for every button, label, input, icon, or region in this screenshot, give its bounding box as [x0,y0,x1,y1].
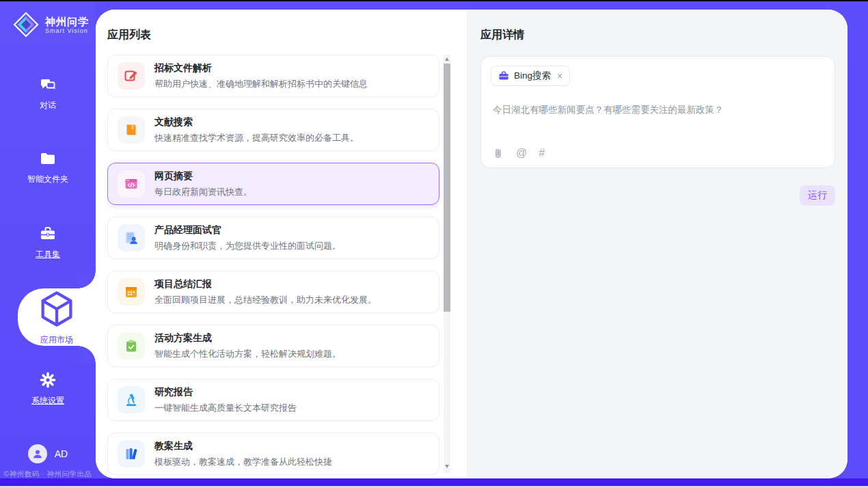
sidebar-item-label: 工具集 [36,249,60,260]
app-title: 招标文件解析 [154,62,368,74]
hash-icon[interactable]: # [539,148,545,159]
edit-icon [118,62,145,90]
list-item-literature-search[interactable]: 文献搜索 快速精准查找学术资源，提高研究效率的必备工具。 [107,109,439,151]
list-item-web-summary[interactable]: 网页摘要 每日政府新闻资讯快查。 [107,163,439,205]
app-list: 招标文件解析 帮助用户快速、准确地理解和解析招标书中的关键信息 文献搜索 快速精… [107,55,439,478]
sidebar-item-label: 系统设置 [31,395,64,407]
prompt-card[interactable]: Bing搜索 × 今日湖北有哪些新闻要点？有哪些需要关注的最新政策？ @ # [480,56,835,168]
sidebar-item-app-market[interactable]: 应用市场 [18,288,96,346]
app-title: 活动方案生成 [154,332,341,344]
close-icon[interactable]: × [557,71,562,81]
sidebar-item-chat[interactable]: 对话 [0,75,96,111]
app-desc: 快速精准查找学术资源，提高研究效率的必备工具。 [154,132,359,144]
avatar [28,444,47,463]
bottom-bar [0,478,868,486]
sidebar-item-label: 智能文件夹 [27,174,68,185]
copyright-text: ©神州数码 · 神州问学出品 [0,470,96,479]
run-button[interactable]: 运行 [800,185,835,206]
app-desc: 一键智能生成高质量长文本研究报告 [154,402,297,414]
app-title: 文献搜索 [154,116,359,128]
at-icon[interactable]: @ [516,148,527,159]
microscope-icon [118,386,145,414]
tool-chip-bing-search[interactable]: Bing搜索 × [491,66,570,86]
chat-icon [38,75,57,94]
scrollbar-thumb[interactable] [444,64,450,312]
app-desc: 模板驱动，教案速成，教学准备从此轻松快捷 [154,456,332,468]
user-name: AD [55,448,68,459]
brand-logo-icon [12,11,40,38]
list-scrollbar[interactable] [444,55,450,473]
app-title: 教案生成 [154,440,332,452]
app-detail-title: 应用详情 [480,28,524,42]
gear-icon [38,370,57,390]
sidebar-item-toolset[interactable]: 工具集 [0,224,96,260]
app-desc: 帮助用户快速、准确地理解和解析招标书中的关键信息 [154,78,368,90]
user-account[interactable]: AD [0,444,96,463]
composer-toolbar: @ # [492,147,545,159]
app-detail-panel: 应用详情 Bing搜索 × 今日湖北有哪些新闻要点？有哪些需要关注的最新政策？ [467,10,847,478]
app-title: 项目总结汇报 [154,278,377,290]
list-item-pm-interviewer[interactable]: 产品经理面试官 明确身份和职责，为您提供专业性的面试问题。 [107,217,439,259]
clipboard-check-icon [118,332,145,360]
top-border [0,0,868,1]
app-window: 神州问学 Smart Vision 对话 智能文件夹 [0,0,868,488]
list-item-project-summary[interactable]: 项目总结汇报 全面回顾项目进展，总结经验教训，助力未来优化发展。 [107,271,439,313]
app-desc: 智能生成个性化活动方案，轻松解决规划难题。 [154,348,341,360]
sidebar-item-label: 应用市场 [40,334,73,346]
app-desc: 全面回顾项目进展，总结经验教训，助力未来优化发展。 [154,294,377,306]
app-title: 产品经理面试官 [154,224,341,236]
brand: 神州问学 Smart Vision [12,11,89,38]
prompt-text[interactable]: 今日湖北有哪些新闻要点？有哪些需要关注的最新政策？ [493,103,821,117]
app-desc: 每日政府新闻资讯快查。 [154,186,252,198]
paperclip-icon[interactable] [492,147,504,159]
toolbox-icon [38,224,57,243]
scroll-up-button[interactable] [444,55,450,63]
browser-code-icon [118,170,145,198]
app-list-panel: 应用列表 招标文件解析 帮助用户快速、准确地理解和解析招标书中的关键信息 [96,10,467,478]
books-icon [118,440,145,467]
sidebar-item-label: 对话 [40,100,56,111]
interviewer-icon [118,224,145,252]
list-item-research-report[interactable]: 研究报告 一键智能生成高质量长文本研究报告 [107,379,439,421]
brand-name: 神州问学 [45,16,89,27]
briefcase-icon [498,70,509,81]
app-title: 研究报告 [154,386,297,398]
list-item-bid-parse[interactable]: 招标文件解析 帮助用户快速、准确地理解和解析招标书中的关键信息 [107,55,439,97]
book-icon [118,116,145,144]
folder-icon [38,149,57,168]
person-icon [31,447,44,461]
cube-icon [36,288,77,329]
sidebar: 神州问学 Smart Vision 对话 智能文件夹 [0,1,96,478]
tool-chip-label: Bing搜索 [514,70,551,82]
list-item-event-plan[interactable]: 活动方案生成 智能生成个性化活动方案，轻松解决规划难题。 [107,325,439,367]
content-area: 应用列表 招标文件解析 帮助用户快速、准确地理解和解析招标书中的关键信息 [96,10,847,478]
sidebar-item-settings[interactable]: 系统设置 [0,370,96,407]
app-desc: 明确身份和职责，为您提供专业性的面试问题。 [154,240,341,252]
app-list-title: 应用列表 [107,28,151,42]
app-title: 网页摘要 [154,170,252,182]
sidebar-item-smart-folder[interactable]: 智能文件夹 [0,149,96,185]
calendar-report-icon [118,278,145,306]
scroll-down-button[interactable] [444,462,450,470]
list-item-lesson-plan[interactable]: 教案生成 模板驱动，教案速成，教学准备从此轻松快捷 [107,433,439,475]
brand-tagline: Smart Vision [45,27,89,34]
